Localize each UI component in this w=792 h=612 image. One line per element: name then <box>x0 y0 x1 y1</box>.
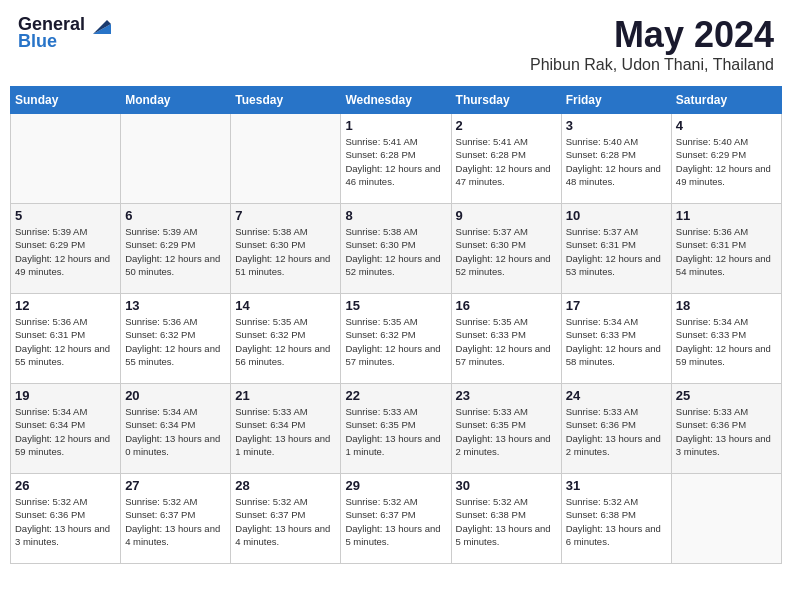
day-number: 14 <box>235 298 336 313</box>
calendar-week-4: 19Sunrise: 5:34 AM Sunset: 6:34 PM Dayli… <box>11 384 782 474</box>
calendar-cell: 5Sunrise: 5:39 AM Sunset: 6:29 PM Daylig… <box>11 204 121 294</box>
day-number: 1 <box>345 118 446 133</box>
calendar-cell: 7Sunrise: 5:38 AM Sunset: 6:30 PM Daylig… <box>231 204 341 294</box>
day-info: Sunrise: 5:34 AM Sunset: 6:33 PM Dayligh… <box>676 315 777 368</box>
day-info: Sunrise: 5:32 AM Sunset: 6:37 PM Dayligh… <box>125 495 226 548</box>
calendar-cell: 31Sunrise: 5:32 AM Sunset: 6:38 PM Dayli… <box>561 474 671 564</box>
calendar-cell: 14Sunrise: 5:35 AM Sunset: 6:32 PM Dayli… <box>231 294 341 384</box>
day-info: Sunrise: 5:36 AM Sunset: 6:32 PM Dayligh… <box>125 315 226 368</box>
calendar-cell: 1Sunrise: 5:41 AM Sunset: 6:28 PM Daylig… <box>341 114 451 204</box>
title-block: May 2024 Phibun Rak, Udon Thani, Thailan… <box>530 14 774 74</box>
calendar-table: SundayMondayTuesdayWednesdayThursdayFrid… <box>10 86 782 564</box>
day-number: 2 <box>456 118 557 133</box>
day-header-thursday: Thursday <box>451 87 561 114</box>
calendar-cell: 11Sunrise: 5:36 AM Sunset: 6:31 PM Dayli… <box>671 204 781 294</box>
calendar-week-3: 12Sunrise: 5:36 AM Sunset: 6:31 PM Dayli… <box>11 294 782 384</box>
day-number: 18 <box>676 298 777 313</box>
day-info: Sunrise: 5:36 AM Sunset: 6:31 PM Dayligh… <box>15 315 116 368</box>
calendar-cell: 17Sunrise: 5:34 AM Sunset: 6:33 PM Dayli… <box>561 294 671 384</box>
day-info: Sunrise: 5:34 AM Sunset: 6:33 PM Dayligh… <box>566 315 667 368</box>
day-info: Sunrise: 5:39 AM Sunset: 6:29 PM Dayligh… <box>15 225 116 278</box>
day-number: 8 <box>345 208 446 223</box>
calendar-cell: 12Sunrise: 5:36 AM Sunset: 6:31 PM Dayli… <box>11 294 121 384</box>
calendar-cell: 24Sunrise: 5:33 AM Sunset: 6:36 PM Dayli… <box>561 384 671 474</box>
day-info: Sunrise: 5:33 AM Sunset: 6:34 PM Dayligh… <box>235 405 336 458</box>
day-number: 19 <box>15 388 116 403</box>
day-info: Sunrise: 5:40 AM Sunset: 6:29 PM Dayligh… <box>676 135 777 188</box>
day-number: 25 <box>676 388 777 403</box>
day-number: 31 <box>566 478 667 493</box>
day-info: Sunrise: 5:34 AM Sunset: 6:34 PM Dayligh… <box>15 405 116 458</box>
day-number: 23 <box>456 388 557 403</box>
day-number: 13 <box>125 298 226 313</box>
day-number: 16 <box>456 298 557 313</box>
location-text: Phibun Rak, Udon Thani, Thailand <box>530 56 774 74</box>
calendar-cell: 19Sunrise: 5:34 AM Sunset: 6:34 PM Dayli… <box>11 384 121 474</box>
calendar-cell <box>671 474 781 564</box>
day-number: 20 <box>125 388 226 403</box>
day-number: 9 <box>456 208 557 223</box>
day-number: 12 <box>15 298 116 313</box>
calendar-cell: 27Sunrise: 5:32 AM Sunset: 6:37 PM Dayli… <box>121 474 231 564</box>
calendar-cell: 22Sunrise: 5:33 AM Sunset: 6:35 PM Dayli… <box>341 384 451 474</box>
logo-icon <box>89 16 111 34</box>
day-info: Sunrise: 5:32 AM Sunset: 6:38 PM Dayligh… <box>566 495 667 548</box>
day-info: Sunrise: 5:35 AM Sunset: 6:32 PM Dayligh… <box>235 315 336 368</box>
calendar-cell: 6Sunrise: 5:39 AM Sunset: 6:29 PM Daylig… <box>121 204 231 294</box>
calendar-cell: 4Sunrise: 5:40 AM Sunset: 6:29 PM Daylig… <box>671 114 781 204</box>
day-number: 28 <box>235 478 336 493</box>
day-header-friday: Friday <box>561 87 671 114</box>
day-number: 3 <box>566 118 667 133</box>
day-info: Sunrise: 5:40 AM Sunset: 6:28 PM Dayligh… <box>566 135 667 188</box>
day-number: 30 <box>456 478 557 493</box>
day-info: Sunrise: 5:33 AM Sunset: 6:35 PM Dayligh… <box>456 405 557 458</box>
day-info: Sunrise: 5:34 AM Sunset: 6:34 PM Dayligh… <box>125 405 226 458</box>
day-number: 7 <box>235 208 336 223</box>
day-header-monday: Monday <box>121 87 231 114</box>
day-info: Sunrise: 5:32 AM Sunset: 6:36 PM Dayligh… <box>15 495 116 548</box>
calendar-cell: 16Sunrise: 5:35 AM Sunset: 6:33 PM Dayli… <box>451 294 561 384</box>
calendar-cell: 28Sunrise: 5:32 AM Sunset: 6:37 PM Dayli… <box>231 474 341 564</box>
month-year-title: May 2024 <box>530 14 774 56</box>
calendar-cell: 15Sunrise: 5:35 AM Sunset: 6:32 PM Dayli… <box>341 294 451 384</box>
day-info: Sunrise: 5:38 AM Sunset: 6:30 PM Dayligh… <box>235 225 336 278</box>
calendar-cell: 30Sunrise: 5:32 AM Sunset: 6:38 PM Dayli… <box>451 474 561 564</box>
day-header-tuesday: Tuesday <box>231 87 341 114</box>
calendar-cell: 20Sunrise: 5:34 AM Sunset: 6:34 PM Dayli… <box>121 384 231 474</box>
day-info: Sunrise: 5:35 AM Sunset: 6:33 PM Dayligh… <box>456 315 557 368</box>
day-info: Sunrise: 5:32 AM Sunset: 6:38 PM Dayligh… <box>456 495 557 548</box>
day-info: Sunrise: 5:37 AM Sunset: 6:30 PM Dayligh… <box>456 225 557 278</box>
calendar-week-2: 5Sunrise: 5:39 AM Sunset: 6:29 PM Daylig… <box>11 204 782 294</box>
calendar-cell: 3Sunrise: 5:40 AM Sunset: 6:28 PM Daylig… <box>561 114 671 204</box>
day-header-wednesday: Wednesday <box>341 87 451 114</box>
calendar-cell: 18Sunrise: 5:34 AM Sunset: 6:33 PM Dayli… <box>671 294 781 384</box>
calendar-week-5: 26Sunrise: 5:32 AM Sunset: 6:36 PM Dayli… <box>11 474 782 564</box>
day-number: 26 <box>15 478 116 493</box>
day-number: 15 <box>345 298 446 313</box>
day-number: 11 <box>676 208 777 223</box>
day-info: Sunrise: 5:33 AM Sunset: 6:36 PM Dayligh… <box>676 405 777 458</box>
calendar-cell: 10Sunrise: 5:37 AM Sunset: 6:31 PM Dayli… <box>561 204 671 294</box>
day-info: Sunrise: 5:35 AM Sunset: 6:32 PM Dayligh… <box>345 315 446 368</box>
calendar-week-1: 1Sunrise: 5:41 AM Sunset: 6:28 PM Daylig… <box>11 114 782 204</box>
day-info: Sunrise: 5:32 AM Sunset: 6:37 PM Dayligh… <box>345 495 446 548</box>
calendar-cell: 2Sunrise: 5:41 AM Sunset: 6:28 PM Daylig… <box>451 114 561 204</box>
day-info: Sunrise: 5:38 AM Sunset: 6:30 PM Dayligh… <box>345 225 446 278</box>
day-number: 4 <box>676 118 777 133</box>
logo: General Blue <box>18 14 111 52</box>
day-header-sunday: Sunday <box>11 87 121 114</box>
day-number: 5 <box>15 208 116 223</box>
day-info: Sunrise: 5:39 AM Sunset: 6:29 PM Dayligh… <box>125 225 226 278</box>
calendar-cell: 29Sunrise: 5:32 AM Sunset: 6:37 PM Dayli… <box>341 474 451 564</box>
day-info: Sunrise: 5:36 AM Sunset: 6:31 PM Dayligh… <box>676 225 777 278</box>
calendar-cell <box>231 114 341 204</box>
calendar-cell <box>11 114 121 204</box>
calendar-cell: 21Sunrise: 5:33 AM Sunset: 6:34 PM Dayli… <box>231 384 341 474</box>
day-info: Sunrise: 5:33 AM Sunset: 6:35 PM Dayligh… <box>345 405 446 458</box>
day-number: 22 <box>345 388 446 403</box>
day-header-saturday: Saturday <box>671 87 781 114</box>
day-info: Sunrise: 5:41 AM Sunset: 6:28 PM Dayligh… <box>456 135 557 188</box>
days-header-row: SundayMondayTuesdayWednesdayThursdayFrid… <box>11 87 782 114</box>
day-number: 27 <box>125 478 226 493</box>
calendar-cell: 8Sunrise: 5:38 AM Sunset: 6:30 PM Daylig… <box>341 204 451 294</box>
